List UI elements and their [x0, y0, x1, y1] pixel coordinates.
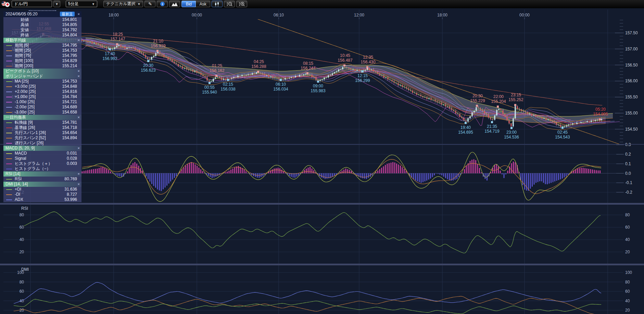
indicator-value: 0.031 [67, 151, 77, 156]
chart-type-button[interactable] [169, 1, 180, 7]
chevron-down-icon: ▼ [55, 2, 59, 6]
info-button[interactable]: i [157, 1, 168, 7]
indicator-row: +3.00σ [25]154.848 [3, 84, 81, 89]
svg-text:0.1: 0.1 [625, 161, 631, 166]
indicator-label: -2.00σ [25] [15, 105, 35, 110]
series-color-swatch [6, 45, 12, 46]
indicator-row: 始値154.801 [3, 17, 81, 22]
close-icon[interactable]: × [78, 146, 80, 151]
indicator-value: 154.795 [62, 53, 77, 58]
svg-text:40: 40 [625, 237, 630, 242]
indicator-label: RSI [15, 177, 22, 182]
currency-pair-select[interactable]: ドル/円 [12, 1, 52, 7]
indicator-row: +2.00σ [25]154.816 [3, 89, 81, 94]
indicator-label: 先行スパン1 [26] [15, 130, 46, 135]
indicator-row: 安値154.792 [3, 27, 81, 33]
svg-text:05:20: 05:20 [595, 107, 606, 112]
indicator-label: 期間 [75] [15, 53, 31, 58]
indicator-label: 期間 [25] [15, 48, 31, 53]
indicator-label: 終値 [21, 33, 29, 38]
svg-text:18:00: 18:00 [437, 13, 447, 17]
indicator-value: 155.214 [62, 63, 77, 69]
zoom-in-button[interactable] [236, 1, 247, 7]
ask-label: Ask [200, 2, 206, 7]
svg-text:19:40: 19:40 [460, 125, 471, 130]
candle-chart-button[interactable] [212, 1, 223, 7]
indicator-row: 高値154.805 [3, 22, 81, 27]
svg-text:00:00: 00:00 [519, 13, 530, 17]
indicator-value: 154.718 [62, 125, 77, 130]
close-icon[interactable]: × [78, 182, 80, 187]
indicator-row: -2.00σ [25]154.689 [3, 105, 81, 110]
bid-button[interactable]: Bid [181, 1, 196, 7]
zoom-out-button[interactable] [224, 1, 235, 7]
zoom-in-icon [239, 1, 245, 7]
close-icon[interactable]: × [78, 69, 80, 74]
technical-select-button[interactable]: テクニカル選択 ▼ [103, 1, 143, 7]
close-icon[interactable]: × [78, 11, 80, 17]
indicator-row: MA [25]154.753 [3, 79, 81, 84]
zoom-out-icon [226, 1, 232, 7]
draw-tool-button[interactable]: ✎ [144, 1, 155, 7]
chart-canvas[interactable]: 18:0000:0006:1012:0018:0000:00157.50157.… [0, 0, 644, 314]
close-icon[interactable]: × [78, 171, 80, 177]
svg-text:100: 100 [625, 270, 632, 275]
bid-label: Bid [186, 2, 192, 7]
section-title: RSI [14] [5, 171, 20, 176]
section-title: 移動平均線 [5, 38, 26, 43]
svg-text:156.00: 156.00 [625, 78, 638, 83]
svg-text:12:15: 12:15 [357, 73, 368, 78]
svg-text:60: 60 [20, 289, 24, 294]
svg-text:-0.1: -0.1 [625, 180, 632, 185]
svg-text:155.983: 155.983 [311, 88, 326, 93]
pane-splitter[interactable] [0, 264, 644, 265]
close-icon[interactable]: × [78, 115, 80, 120]
indicator-value: 154.805 [62, 22, 77, 27]
indicator-label: 期間 [100] [15, 58, 33, 63]
currency-pair-dropdown-button[interactable]: ▼ [53, 1, 60, 7]
info-icon: i [160, 2, 165, 6]
svg-text:80: 80 [625, 213, 630, 217]
pane-divider[interactable] [0, 144, 644, 145]
indicator-value: 80.769 [64, 177, 77, 182]
indicator-panel[interactable]: 2024/06/05 05:20 最新足 × 始値154.801高値154.80… [3, 11, 81, 202]
svg-text:20:30: 20:30 [472, 94, 483, 98]
indicator-label: +3.00σ [25] [15, 84, 36, 89]
svg-text:154.543: 154.543 [555, 135, 570, 140]
svg-text:156.623: 156.623 [141, 68, 156, 73]
panel-section-header: ボリンジャーバンド× [3, 74, 81, 79]
svg-text:156.299: 156.299 [355, 78, 370, 83]
svg-text:09:00: 09:00 [313, 84, 323, 88]
timeframe-select[interactable]: 5分足 ▼ [66, 1, 97, 7]
indicator-label: -DI [15, 192, 20, 197]
indicator-value: 154.795 [62, 43, 77, 48]
indicator-value: 154.658 [62, 110, 77, 115]
series-color-swatch [6, 179, 12, 180]
indicator-row: +DI31.636 [3, 187, 81, 192]
indicator-label: 高値 [21, 22, 29, 27]
indicator-value: 53.996 [64, 197, 77, 202]
indicator-label: +1.00σ [25] [15, 94, 36, 99]
series-color-swatch [6, 81, 12, 82]
series-color-swatch [6, 86, 12, 87]
svg-text:08:15: 08:15 [303, 61, 313, 66]
pane-splitter[interactable] [0, 203, 644, 205]
svg-text:06:10: 06:10 [274, 13, 284, 17]
svg-text:RSI: RSI [21, 206, 28, 211]
svg-text:154.719: 154.719 [484, 129, 500, 134]
indicator-value: 154.804 [62, 33, 77, 38]
indicator-label: MA [25] [15, 79, 29, 84]
svg-text:20: 20 [20, 250, 24, 254]
series-color-swatch [6, 56, 12, 56]
indicator-value: 31.636 [64, 187, 77, 192]
series-color-swatch [6, 92, 12, 92]
ask-button[interactable]: Ask [196, 1, 210, 7]
indicator-label: -3.00σ [25] [15, 110, 35, 115]
indicator-row: 基準線 [26]154.718 [3, 125, 81, 130]
indicator-label: -1.00σ [25] [15, 99, 35, 105]
close-icon[interactable]: × [78, 38, 80, 43]
indicator-row: -3.00σ [25]154.658 [3, 110, 81, 115]
panel-section-header: RSI [14]× [3, 171, 81, 177]
indicator-value: 154.792 [62, 27, 77, 33]
close-icon[interactable]: × [78, 74, 80, 79]
